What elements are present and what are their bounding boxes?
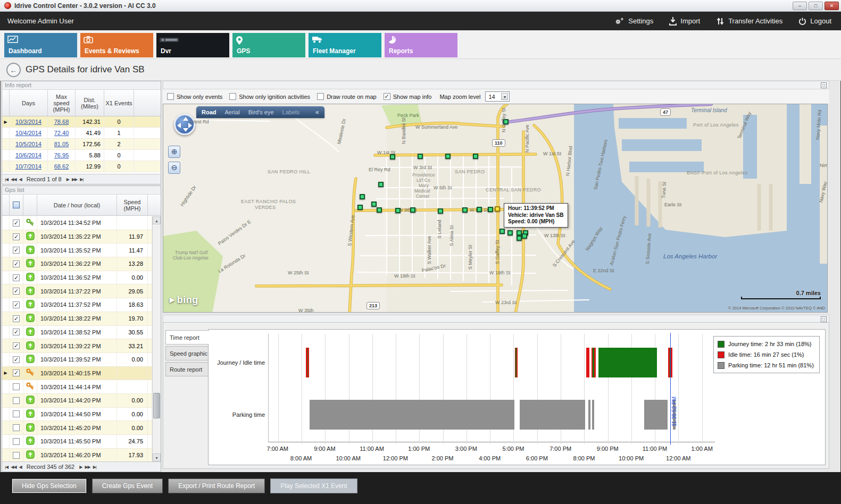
column-header-speed[interactable]: Speed (MPH) xyxy=(117,195,148,215)
pager-next-page-icon[interactable]: ▶▶ xyxy=(72,177,77,182)
max-speed-link[interactable]: 78.68 xyxy=(48,116,76,127)
row-checkbox[interactable] xyxy=(13,274,20,281)
max-speed-link[interactable]: 72.40 xyxy=(48,128,76,138)
gps-list-row[interactable]: 10/3/2014 11:38:52 PM30.55 xyxy=(2,326,152,340)
maximize-button[interactable]: □ xyxy=(809,2,823,10)
day-link[interactable]: 10/7/2014 xyxy=(10,161,48,172)
day-link[interactable]: 10/4/2014 xyxy=(10,128,48,138)
pan-north-icon[interactable] xyxy=(183,117,188,121)
tab-speed-graphic[interactable]: Speed graphic xyxy=(165,346,209,360)
show-only-events-checkbox[interactable] xyxy=(167,93,174,100)
scrollbar-thumb[interactable] xyxy=(153,393,160,418)
pager-first-icon[interactable]: |◀ xyxy=(5,177,8,182)
gps-marker[interactable] xyxy=(377,207,382,213)
map-zoom-in-button[interactable]: ⊕ xyxy=(168,146,180,158)
tab-route-report[interactable]: Route report xyxy=(165,362,209,376)
draw-route-on-map-option[interactable]: Draw route on map xyxy=(317,93,377,100)
logout-button[interactable]: Logout xyxy=(798,17,831,26)
gps-list-row[interactable]: 10/3/2014 11:46:20 PM17.93 xyxy=(2,449,152,461)
gps-list-row[interactable]: 10/3/2014 11:39:22 PM33.21 xyxy=(2,339,152,353)
gps-list-row[interactable]: 10/3/2014 11:37:52 PM18.63 xyxy=(2,298,152,312)
row-checkbox[interactable] xyxy=(13,397,20,404)
gps-marker[interactable] xyxy=(371,201,377,207)
gps-list-row[interactable]: 10/3/2014 11:44:50 PM0.00 xyxy=(2,408,152,422)
gps-marker[interactable] xyxy=(395,208,401,213)
gps-list-row[interactable]: 10/3/2014 11:35:52 PM11.47 xyxy=(2,243,152,257)
tab-reports[interactable]: Reports xyxy=(385,33,457,57)
gps-list-row[interactable]: 10/3/2014 11:35:22 PM11.97 xyxy=(2,230,152,244)
gps-marker[interactable] xyxy=(462,207,468,213)
tab-events-reviews[interactable]: Events & Reviews xyxy=(80,33,153,57)
map-view-tab-labels[interactable]: Labels xyxy=(282,109,299,115)
info-report-row[interactable]: ▶10/3/201478.68142.310 xyxy=(2,116,161,128)
tab-dvr[interactable]: Dvr xyxy=(156,33,229,57)
row-checkbox[interactable] xyxy=(13,369,20,376)
pager-prev-icon[interactable]: ◀ xyxy=(19,465,22,469)
tab-dashboard[interactable]: Dashboard xyxy=(4,33,77,57)
pager-next-icon[interactable]: ▶ xyxy=(66,177,69,182)
pager-prev-page-icon[interactable]: ◀◀ xyxy=(11,177,16,182)
gps-list-row[interactable]: 10/3/2014 11:45:20 PM0.00 xyxy=(2,421,152,435)
gps-marker[interactable] xyxy=(357,205,363,210)
gps-marker[interactable] xyxy=(477,207,482,212)
gps-list-row[interactable]: 10/3/2014 11:44:20 PM0.00 xyxy=(2,394,152,408)
max-speed-link[interactable]: 76.95 xyxy=(48,150,76,161)
pager-last-icon[interactable]: ▶| xyxy=(93,465,96,469)
row-checkbox[interactable] xyxy=(13,452,20,459)
create-gps-event-button[interactable]: Create Gps Event xyxy=(92,478,163,493)
show-only-events-option[interactable]: Show only events xyxy=(167,93,222,100)
gps-list-row[interactable]: 10/3/2014 11:34:52 PM xyxy=(2,216,152,230)
gps-marker[interactable] xyxy=(390,154,395,159)
info-report-row[interactable]: 10/7/201468.6212.990 xyxy=(2,161,161,172)
draw-route-on-map-checkbox[interactable] xyxy=(317,93,324,100)
day-link[interactable]: 10/6/2014 xyxy=(10,150,48,161)
tab-fleet-manager[interactable]: Fleet Manager xyxy=(309,33,381,57)
show-map-info-option[interactable]: Show map info xyxy=(384,93,432,100)
gps-marker[interactable] xyxy=(517,230,522,236)
scroll-down-icon[interactable]: ▼ xyxy=(153,453,161,461)
gps-marker[interactable] xyxy=(488,207,493,212)
max-speed-link[interactable]: 68.62 xyxy=(48,161,76,172)
row-checkbox[interactable] xyxy=(13,410,20,417)
map-zoom-out-button[interactable]: ⊖ xyxy=(168,162,180,174)
info-report-row[interactable]: 10/5/201481.05172.562 xyxy=(2,139,161,150)
settings-button[interactable]: Settings xyxy=(614,17,653,26)
column-header-days[interactable]: Days xyxy=(10,90,48,116)
pan-west-icon[interactable] xyxy=(177,123,181,128)
map-view-tab-bird-s-eye[interactable]: Bird's eye xyxy=(248,109,274,115)
column-header-max-speed[interactable]: Max speed (MPH) xyxy=(48,90,76,116)
column-header-dist[interactable]: Dist. (Miles) xyxy=(76,90,104,116)
row-checkbox[interactable] xyxy=(13,247,20,254)
gps-list-row[interactable]: 10/3/2014 11:37:22 PM29.05 xyxy=(2,284,152,298)
row-checkbox[interactable] xyxy=(13,329,20,335)
column-header-datetime[interactable]: Date / hour (local) xyxy=(37,195,117,215)
map-view-tab-road[interactable]: Road xyxy=(202,109,217,115)
row-checkbox[interactable] xyxy=(13,220,20,226)
gps-list-row[interactable]: ▶10/3/2014 11:40:15 PM xyxy=(2,367,152,381)
row-checkbox[interactable] xyxy=(13,288,20,295)
selected-gps-marker[interactable] xyxy=(495,206,500,212)
gps-marker[interactable] xyxy=(445,154,451,159)
map-compass-control[interactable] xyxy=(174,114,195,135)
tab-time-report[interactable]: Time report xyxy=(165,330,209,345)
pager-next-icon[interactable]: ▶ xyxy=(79,465,82,469)
show-only-ignition-activities-checkbox[interactable] xyxy=(229,93,236,100)
gps-marker[interactable] xyxy=(499,229,505,234)
show-map-info-checkbox[interactable] xyxy=(384,93,390,100)
map-collapse-button[interactable] xyxy=(821,82,827,88)
play-selected-x1-event-button[interactable]: Play Selected X1 Event xyxy=(270,478,357,493)
transfer-activities-button[interactable]: Transfer Activities xyxy=(716,17,782,26)
map-zoom-select[interactable]: 14 ▼ xyxy=(485,91,510,102)
row-checkbox[interactable] xyxy=(13,233,20,240)
gps-marker[interactable] xyxy=(503,119,509,124)
gps-marker[interactable] xyxy=(473,154,478,159)
pager-last-icon[interactable]: ▶| xyxy=(80,177,83,182)
row-checkbox[interactable] xyxy=(13,315,20,322)
tab-gps[interactable]: GPS xyxy=(232,33,305,57)
pager-prev-page-icon[interactable]: ◀◀ xyxy=(11,465,16,469)
gps-list-row[interactable]: 10/3/2014 11:45:50 PM24.75 xyxy=(2,435,152,449)
show-only-ignition-activities-option[interactable]: Show only ignition activities xyxy=(229,93,310,100)
row-checkbox[interactable] xyxy=(13,383,20,390)
time-report-collapse-button[interactable] xyxy=(821,316,827,322)
select-all-checkbox[interactable] xyxy=(10,195,23,215)
